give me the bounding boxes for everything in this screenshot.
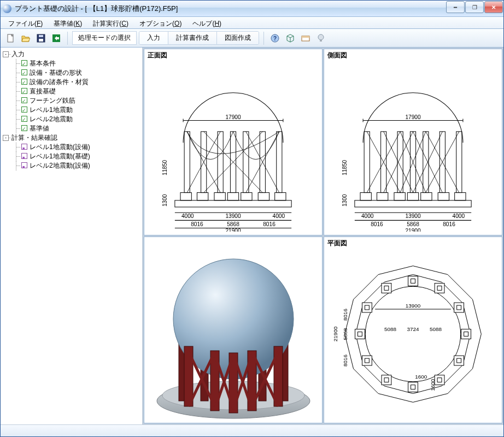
collapse-icon[interactable]: - [3, 135, 9, 141]
svg-text:4000: 4000 [361, 213, 374, 219]
tree-item[interactable]: 直接基礎 [30, 87, 56, 95]
separator [263, 32, 264, 45]
pane-front: 正面図 [144, 49, 323, 235]
svg-text:8016: 8016 [342, 308, 348, 321]
svg-text:4000: 4000 [453, 213, 465, 219]
card-icon[interactable] [299, 32, 312, 45]
svg-rect-3 [39, 35, 43, 37]
mode-tabs: 入力 計算書作成 図面作成 [139, 31, 259, 45]
help-icon[interactable]: ? [268, 32, 282, 45]
side-elevation-svg: 17900 11850 1300 4000 13900 4000 8016 58… [324, 65, 502, 232]
svg-rect-21 [227, 193, 238, 200]
pane-side: 側面図 [324, 49, 502, 235]
svg-text:21900: 21900 [332, 326, 338, 341]
tree-item[interactable]: レベル2地震動 [30, 115, 73, 123]
3d-view[interactable] [144, 237, 322, 423]
svg-rect-83 [408, 276, 418, 286]
menu-file[interactable]: ファイル(F) [3, 17, 48, 28]
svg-text:5088: 5088 [384, 326, 397, 332]
svg-rect-47 [360, 193, 371, 200]
svg-rect-50 [407, 193, 418, 200]
svg-rect-18 [180, 193, 191, 200]
tree-item[interactable]: 基準値 [30, 125, 49, 132]
tree-item[interactable]: レベル1地震動 [30, 106, 73, 114]
svg-rect-22 [241, 193, 252, 200]
svg-text:17900: 17900 [225, 114, 241, 120]
svg-text:1600: 1600 [430, 379, 436, 391]
svg-text:11850: 11850 [162, 160, 168, 176]
pane-title-plan: 平面図 [324, 237, 502, 250]
status-bar [1, 424, 503, 436]
tree-item[interactable]: 設備の諸条件・材質 [30, 78, 89, 86]
side-view[interactable]: 17900 11850 1300 4000 13900 4000 8016 58… [324, 62, 502, 235]
svg-rect-11 [184, 132, 190, 193]
check-icon [21, 125, 27, 131]
nav-tree[interactable]: - 入力 基本条件 設備・基礎の形状 設備の諸条件・材質 直接基礎 フーチング鉄… [1, 48, 143, 424]
svg-text:1600: 1600 [415, 374, 427, 380]
tree-root-results[interactable]: 計算・結果確認 [11, 134, 57, 141]
svg-rect-19 [197, 193, 208, 200]
svg-text:13900: 13900 [405, 213, 421, 219]
svg-rect-15 [243, 132, 249, 193]
menu-standard[interactable]: 基準値(K) [48, 17, 87, 28]
tree-item[interactable]: 基本条件 [30, 60, 56, 67]
svg-rect-103 [362, 303, 372, 312]
mode-tab-input[interactable]: 入力 [139, 32, 168, 44]
svg-rect-8 [302, 36, 309, 38]
svg-rect-53 [455, 193, 466, 200]
mode-tab-report[interactable]: 計算書作成 [168, 32, 217, 44]
front-view[interactable]: 17900 11850 1300 4000 13900 4000 8016 58… [144, 62, 322, 235]
svg-text:3724: 3724 [407, 326, 419, 332]
tree-item[interactable]: フーチング鉄筋 [30, 97, 75, 104]
open-button[interactable] [19, 32, 32, 45]
tree-item[interactable]: 設備・基礎の形状 [30, 69, 82, 76]
collapse-icon[interactable]: - [3, 51, 9, 57]
tree-item[interactable]: レベル1地震動(設備) [30, 143, 90, 151]
svg-text:8016: 8016 [191, 221, 203, 227]
close-button[interactable]: ✕ [484, 1, 503, 13]
svg-text:13900: 13900 [225, 213, 241, 219]
svg-rect-24 [275, 193, 286, 200]
minimize-button[interactable]: ━ [446, 1, 465, 13]
menu-help[interactable]: ヘルプ(H) [187, 17, 227, 28]
svg-rect-48 [377, 193, 388, 200]
exit-icon[interactable] [50, 32, 63, 45]
svg-text:5088: 5088 [430, 326, 442, 332]
pane-3d [144, 237, 323, 423]
cube-icon[interactable] [284, 32, 297, 45]
save-button[interactable] [34, 32, 48, 45]
svg-rect-101 [355, 329, 365, 339]
bulb-icon[interactable] [314, 32, 327, 45]
svg-rect-20 [214, 193, 225, 200]
svg-rect-54 [355, 200, 471, 207]
menu-calc[interactable]: 計算実行(C) [87, 17, 134, 28]
svg-rect-91 [454, 356, 464, 365]
mode-tab-drawing[interactable]: 図面作成 [217, 32, 259, 44]
maximize-button[interactable]: ❐ [465, 1, 484, 13]
tree-item[interactable]: レベル1地震動(基礎) [30, 152, 90, 160]
svg-text:13900: 13900 [406, 303, 421, 309]
svg-rect-40 [364, 132, 370, 193]
tree-item[interactable]: レベル2地震動(設備) [30, 162, 90, 169]
separator [67, 32, 68, 45]
tree-root-input[interactable]: 入力 [11, 50, 25, 58]
app-icon [3, 4, 11, 13]
plan-view[interactable]: 13900 5088 3724 5088 1600 21900 8016 586… [324, 250, 502, 423]
result-icon [21, 153, 27, 159]
svg-rect-13 [218, 132, 223, 193]
svg-text:?: ? [273, 36, 277, 42]
svg-text:21900: 21900 [405, 228, 421, 232]
svg-text:8016: 8016 [342, 355, 348, 367]
check-icon [21, 60, 27, 66]
window-title: プラント基礎の設計 - [ 【L1】球形貯槽(P172).F5P] [15, 4, 178, 14]
pane-title-side: 側面図 [324, 49, 502, 62]
svg-text:5868: 5868 [227, 221, 239, 227]
svg-point-9 [318, 34, 324, 40]
pane-plan: 平面図 13900 [324, 237, 502, 423]
check-icon [21, 116, 27, 122]
menu-option[interactable]: オプション(O) [134, 17, 187, 28]
svg-text:5868: 5868 [342, 328, 348, 340]
svg-rect-52 [438, 193, 449, 200]
pane-title-front: 正面図 [144, 49, 322, 62]
new-button[interactable] [4, 32, 17, 45]
